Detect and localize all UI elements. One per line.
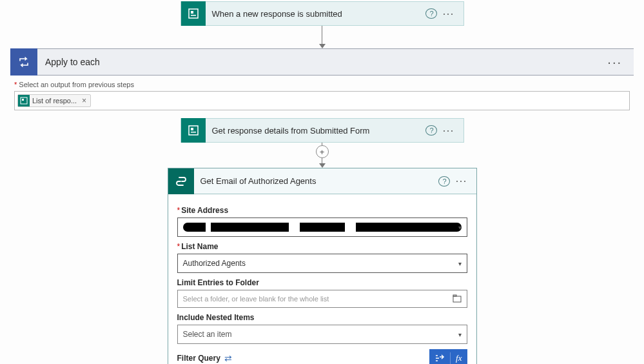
fx-icon[interactable]: fx — [456, 353, 462, 363]
svg-rect-7 — [191, 132, 196, 133]
forms-token-icon — [18, 95, 30, 106]
svg-rect-8 — [453, 296, 461, 302]
trigger-title: When a new response is submitted — [206, 9, 426, 19]
output-token-label: List of respo... — [32, 97, 79, 105]
folder-picker-icon[interactable] — [453, 294, 462, 303]
sharepoint-card-header[interactable]: Get Email of Authorized Agents ? ··· — [168, 168, 476, 194]
nested-label: Include Nested Items — [177, 313, 467, 322]
more-icon[interactable]: ··· — [450, 174, 476, 188]
redacted-content — [183, 223, 462, 232]
forms-icon — [181, 1, 206, 26]
dynamic-content-icon[interactable] — [434, 354, 445, 363]
list-name-value: Authorized Agents — [183, 259, 246, 268]
apply-to-each-header[interactable]: Apply to each ··· — [10, 48, 634, 76]
sharepoint-icon — [168, 168, 194, 194]
help-icon[interactable]: ? — [425, 125, 437, 136]
trigger-card[interactable]: When a new response is submitted ? ··· — [181, 1, 464, 26]
filter-query-label: Filter Query — [177, 354, 220, 363]
more-icon[interactable]: ··· — [437, 7, 463, 21]
connector-arrow — [319, 157, 326, 168]
sharepoint-card: Get Email of Authorized Agents ? ··· *Si… — [168, 168, 477, 364]
svg-rect-4 — [22, 99, 24, 101]
add-step-button[interactable]: + — [316, 145, 329, 158]
chevron-down-icon: ▾ — [458, 331, 462, 338]
expression-toolbar[interactable]: fx — [429, 349, 467, 364]
svg-rect-6 — [191, 128, 193, 130]
site-address-select[interactable]: ▾ — [177, 217, 467, 237]
output-token-input[interactable]: List of respo... × — [14, 91, 630, 110]
svg-rect-2 — [191, 15, 196, 16]
limit-folder-label: Limit Entries to Folder — [177, 278, 467, 287]
chevron-down-icon: ▾ — [458, 224, 462, 231]
svg-rect-1 — [191, 11, 193, 14]
output-token[interactable]: List of respo... × — [17, 94, 91, 107]
help-icon[interactable]: ? — [438, 176, 450, 187]
site-address-label: *Site Address — [177, 206, 467, 215]
help-icon[interactable]: ? — [425, 8, 437, 19]
chevron-down-icon: ▾ — [458, 260, 462, 267]
output-label: * Select an output from previous steps — [14, 81, 630, 88]
nested-placeholder: Select an item — [183, 330, 232, 339]
remove-token-icon[interactable]: × — [79, 96, 89, 105]
get-details-title: Get response details from Submitted Form — [206, 126, 426, 136]
connector-arrow — [319, 26, 326, 48]
apply-more-icon[interactable]: ··· — [596, 55, 634, 70]
more-icon[interactable]: ··· — [437, 124, 463, 137]
swap-icon[interactable]: ⇄ — [224, 353, 232, 363]
list-name-select[interactable]: Authorized Agents ▾ — [177, 254, 467, 273]
get-response-details-card[interactable]: Get response details from Submitted Form… — [181, 118, 464, 143]
forms-icon — [181, 118, 206, 143]
list-name-label: *List Name — [177, 242, 467, 251]
limit-placeholder: Select a folder, or leave blank for the … — [183, 295, 329, 303]
apply-to-each-title: Apply to each — [45, 57, 596, 67]
loop-icon — [10, 48, 37, 76]
limit-folder-input[interactable]: Select a folder, or leave blank for the … — [177, 290, 467, 308]
sharepoint-title: Get Email of Authorized Agents — [194, 176, 439, 186]
nested-select[interactable]: Select an item ▾ — [177, 325, 467, 344]
svg-rect-9 — [453, 295, 456, 296]
